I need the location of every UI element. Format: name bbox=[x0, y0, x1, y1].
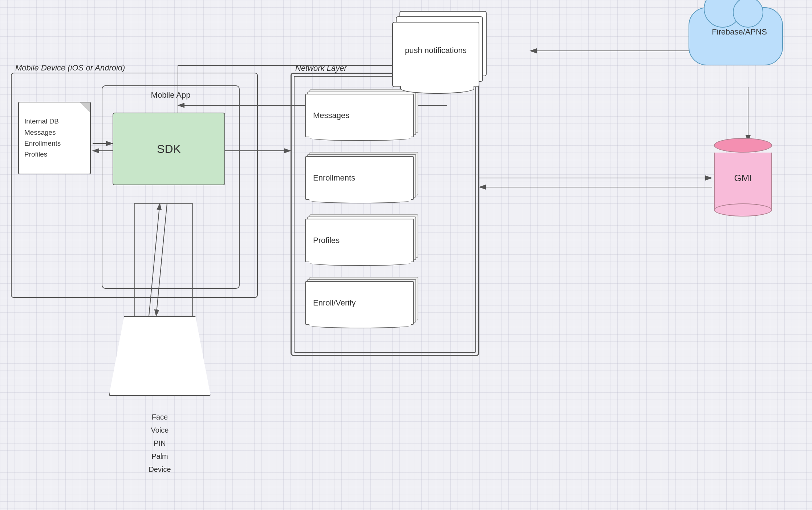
sdk-label: SDK bbox=[157, 142, 181, 156]
sdk-box: SDK bbox=[113, 113, 225, 185]
firebase-apns-label: Firebase/APNS bbox=[689, 27, 790, 37]
push-notif-text: push notifications bbox=[393, 44, 479, 56]
gmi-wrap: GMI bbox=[710, 138, 776, 211]
cylinder-top bbox=[714, 138, 772, 153]
mobile-device-label: Mobile Device (iOS or Android) bbox=[15, 63, 125, 73]
internal-db-text: Internal DB Messages Enrollments Profile… bbox=[24, 116, 61, 160]
enroll-verify-card: Enroll/Verify bbox=[305, 281, 414, 325]
biometric-text: Face Voice PIN Palm Device bbox=[98, 410, 222, 476]
biometric-shape bbox=[109, 316, 211, 396]
firebase-apns-wrap: Firebase/APNS bbox=[689, 7, 790, 80]
profiles-card: Profiles bbox=[305, 219, 414, 262]
internal-db-box: Internal DB Messages Enrollments Profile… bbox=[18, 102, 91, 174]
enrollments-card: Enrollments bbox=[305, 156, 414, 200]
push-notifications-wrap: push notifications bbox=[392, 11, 494, 105]
biometric-wrap: Face Voice PIN Palm Device bbox=[98, 316, 222, 425]
push-page-front: push notifications bbox=[392, 22, 479, 87]
gmi-label: GMI bbox=[710, 173, 776, 184]
network-layer-label: Network Layer bbox=[295, 64, 347, 73]
mobile-app-label: Mobile App bbox=[151, 90, 191, 100]
cylinder-bottom bbox=[714, 203, 772, 216]
